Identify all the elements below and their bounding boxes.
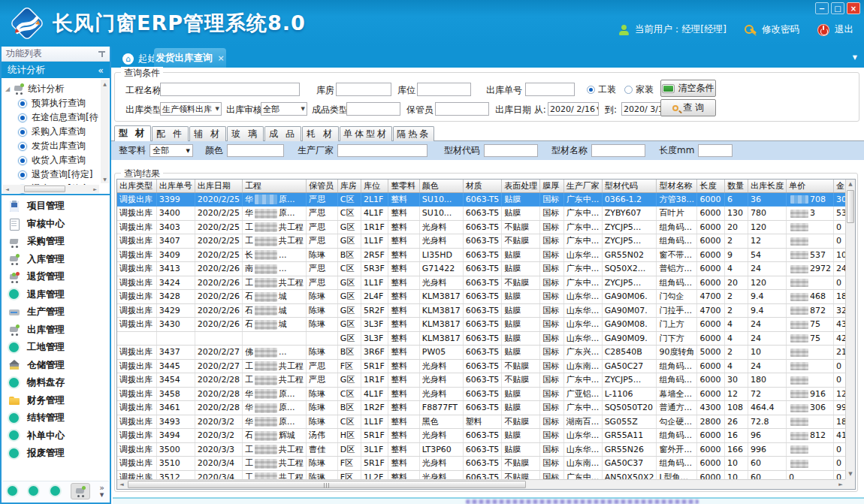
date-from-picker[interactable]: 2020/ 2/16 ▼ xyxy=(548,102,599,116)
collapse-icon[interactable]: « xyxy=(98,65,104,76)
table-row[interactable]: 调拨出库34032020/2/25工共工程严思G区1R1F整料光身料6063-T… xyxy=(117,220,855,234)
tree-item[interactable]: 在途信息查询[待 xyxy=(5,110,98,125)
table-row[interactable]: 调拨出库34282020/2/26石城陈琳G区2L4F整料KLM38176063… xyxy=(117,290,855,304)
sidebar-item-报废管理[interactable]: 报废管理 xyxy=(2,445,110,463)
column-header[interactable]: 出库单号 xyxy=(156,180,195,192)
material-tab[interactable]: 型 材 xyxy=(114,125,151,141)
warehouse-input[interactable] xyxy=(336,83,391,96)
column-header[interactable]: 型材名称 xyxy=(657,180,697,192)
sidebar-item-采购管理[interactable]: 采购管理 xyxy=(2,233,110,251)
table-row[interactable]: 调拨出库34292020/2/26石城陈琳G区5R2F整料KLM38176063… xyxy=(117,303,855,318)
location-input[interactable] xyxy=(417,83,471,96)
scrollbar-thumb[interactable] xyxy=(128,481,526,488)
column-header[interactable]: 材质 xyxy=(463,180,502,192)
table-row[interactable]: 调拨出库34132020/2/26南...严思C区5R3F整料G71422606… xyxy=(117,262,855,276)
sidebar-item-入库管理[interactable]: 入库管理 xyxy=(2,251,110,269)
scroll-right-icon[interactable]: ► xyxy=(836,480,845,489)
material-tab[interactable]: 辅 材 xyxy=(189,126,226,141)
material-tab[interactable]: 配 件 xyxy=(152,126,189,141)
audit-select[interactable]: 全部 ▼ xyxy=(261,102,307,116)
material-tab[interactable]: 隔热条 xyxy=(393,126,434,141)
color-input[interactable] xyxy=(227,144,284,157)
table-row[interactable]: 调拨出库35102020/3/4工共工程陈琳F区5R1F整料光身料6063-T5… xyxy=(117,457,855,471)
whole-part-select[interactable]: 全部 ▼ xyxy=(150,144,193,157)
tree-item[interactable]: 收货入库查询 xyxy=(5,153,98,167)
scroll-down-icon[interactable]: ▼ xyxy=(846,469,855,479)
column-header[interactable]: 保管员 xyxy=(307,180,338,192)
sidebar-item-仓储管理[interactable]: 仓储管理 xyxy=(2,357,110,375)
maximize-icon[interactable]: □ xyxy=(831,2,844,14)
sidebar-section-header[interactable]: 统计分析 « xyxy=(2,62,110,78)
column-header[interactable]: 生产厂家 xyxy=(563,180,602,192)
tree-expander-icon[interactable]: ◢ xyxy=(5,86,10,92)
column-header[interactable]: 出库日期 xyxy=(195,180,242,192)
dot-icon[interactable] xyxy=(50,485,62,497)
sidebar-item-出库管理[interactable]: 出库管理 xyxy=(2,321,110,340)
tree-horizontal-scrollbar[interactable]: ◄ ► xyxy=(3,185,99,193)
sidebar-item-退货管理[interactable]: 退货管理 xyxy=(2,268,110,286)
keeper-input[interactable] xyxy=(435,102,489,116)
radio-industrial[interactable]: 工装 xyxy=(587,83,616,96)
sidebar-item-财务管理[interactable]: 财务管理 xyxy=(2,392,110,410)
tab-list-dropdown-icon[interactable]: ▼ xyxy=(853,54,857,61)
scroll-left-icon[interactable]: ◄ xyxy=(3,185,11,193)
column-header[interactable]: 膜厚 xyxy=(540,180,563,192)
sidebar-item-工地管理[interactable]: 工地管理 xyxy=(2,339,110,357)
table-row[interactable]: 调拨出库34452020/2/27工共工程严思F区5R1F整料光身料6063-T… xyxy=(117,359,855,373)
tree-item[interactable]: 退货查询[待定] xyxy=(5,167,98,182)
scroll-left-icon[interactable]: ◄ xyxy=(117,480,126,489)
sidebar-item-退库管理[interactable]: 退库管理 xyxy=(2,286,110,304)
tab-shipment-outbound-query[interactable]: 发货出库查询 × xyxy=(154,48,226,68)
material-tab[interactable]: 玻 璃 xyxy=(227,126,264,141)
table-row[interactable]: 调拨出库33992020/2/25华原...严思C区2L1F整料SU10...6… xyxy=(117,192,855,207)
clear-conditions-button[interactable]: 清空条件 xyxy=(660,80,716,97)
radio-home-decor[interactable]: 家装 xyxy=(624,83,654,96)
sidebar-item-物料盘存[interactable]: 物料盘存 xyxy=(2,374,110,392)
tree-item[interactable]: 发货出库查询 xyxy=(5,139,98,153)
column-header[interactable]: 整零料 xyxy=(388,180,420,192)
cart-button[interactable] xyxy=(71,483,90,499)
profile-code-input[interactable] xyxy=(484,144,538,157)
horizontal-scrollbar[interactable]: ◄ ► xyxy=(117,479,845,489)
sidebar-item-补单中心[interactable]: 补单中心 xyxy=(2,427,110,445)
tree-vertical-scrollbar[interactable]: ▲ ▼ xyxy=(101,80,109,183)
column-header[interactable]: 表面处理 xyxy=(502,180,540,192)
sidebar-item-生产管理[interactable]: 生产管理 xyxy=(2,303,110,321)
table-row[interactable]: 调拨出库34932020/3/2华原...陈琳C区1L1F整料黑色塑料不贴膜国标… xyxy=(117,415,855,429)
length-input[interactable] xyxy=(698,144,733,157)
column-header[interactable]: 出库类型 xyxy=(117,180,156,192)
scroll-up-icon[interactable]: ▲ xyxy=(846,180,855,189)
material-tab[interactable]: 耗 材 xyxy=(302,126,339,141)
dot-icon[interactable] xyxy=(28,485,40,497)
overflow-chevron[interactable]: »▾ xyxy=(99,484,104,498)
table-row[interactable]: G区3L3F整料KLM38176063-T5贴膜国标山东华...GA90M09.… xyxy=(117,331,855,346)
column-header[interactable]: 库房 xyxy=(337,180,361,192)
change-password-button[interactable]: 修改密码 xyxy=(762,23,799,36)
column-header[interactable]: 型材代码 xyxy=(602,180,657,192)
tree-item[interactable]: 采购入库查询 xyxy=(5,125,98,139)
table-row[interactable]: 调拨出库34242020/2/26工共工程严思G区1L1F整料光身料6063-T… xyxy=(117,276,855,290)
order-no-input[interactable] xyxy=(525,83,575,96)
close-icon[interactable]: × xyxy=(847,2,860,14)
table-row[interactable]: 调拨出库34372020/2/27佛...陈琳B区3R6F整料PW056063-… xyxy=(117,346,855,360)
column-header[interactable]: 工程 xyxy=(243,180,307,192)
pin-icon[interactable] xyxy=(98,50,105,58)
minimize-icon[interactable]: − xyxy=(815,2,829,14)
table-row[interactable]: 调拨出库34002020/2/25华原...严思C区4L1F整料SU10...6… xyxy=(117,207,855,221)
scrollbar-thumb[interactable] xyxy=(847,190,854,223)
column-header[interactable]: 长度 xyxy=(697,180,725,192)
material-tab[interactable]: 单体型材 xyxy=(340,126,392,141)
table-row[interactable]: 调拨出库34542020/2/28工共工程严思G区1R1F整料光身料6063-T… xyxy=(117,373,855,388)
table-row[interactable]: 调拨出库34092020/2/25长...陈琳B区2R5F整料LI35HD606… xyxy=(117,248,855,262)
dot-icon[interactable] xyxy=(7,485,19,497)
tree-item[interactable]: 预算执行查询 xyxy=(5,96,98,110)
sidebar-item-结转管理[interactable]: 结转管理 xyxy=(2,409,110,427)
logout-button[interactable]: 退出 xyxy=(835,23,853,36)
scrollbar-thumb[interactable] xyxy=(24,186,65,192)
scroll-up-icon[interactable]: ▲ xyxy=(101,80,109,88)
table-row[interactable]: 调拨出库34302020/2/26石城陈琳G区3L3F整料KLM38176063… xyxy=(117,318,855,332)
vertical-scrollbar[interactable]: ▲ ▼ xyxy=(845,180,855,479)
profile-name-input[interactable] xyxy=(591,144,645,157)
column-header[interactable]: 数量 xyxy=(725,180,748,192)
out-type-select[interactable]: 生产领料出库 ▼ xyxy=(160,102,222,116)
